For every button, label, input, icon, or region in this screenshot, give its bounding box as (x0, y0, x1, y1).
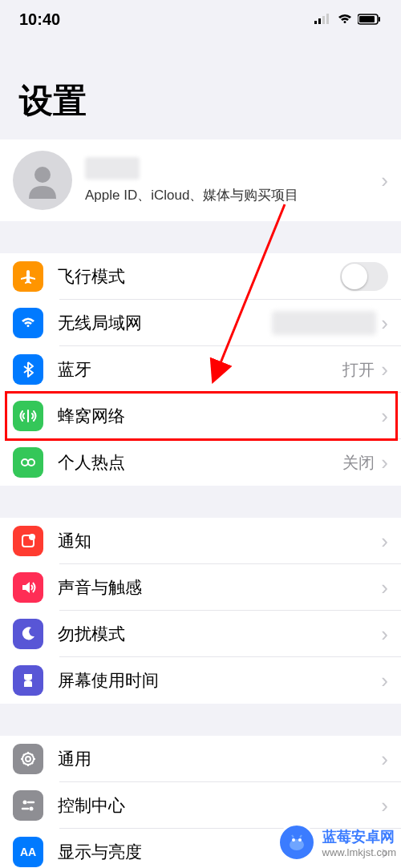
chevron-right-icon: › (381, 168, 388, 193)
general-icon (13, 744, 43, 774)
chevron-right-icon: › (381, 668, 388, 693)
chevron-right-icon: › (381, 747, 388, 772)
bluetooth-icon (13, 354, 43, 385)
svg-rect-5 (359, 16, 375, 22)
svg-point-21 (290, 839, 304, 850)
screentime-icon (13, 665, 43, 696)
chevron-right-icon: › (381, 404, 388, 429)
settings-row-airplane[interactable]: 飞行模式 (0, 253, 401, 300)
wifi-value-redacted (272, 311, 376, 335)
wifi-status-icon (337, 14, 353, 25)
svg-point-7 (34, 167, 51, 183)
svg-point-23 (298, 838, 302, 842)
battery-icon (358, 14, 382, 25)
settings-row-general[interactable]: 通用› (0, 736, 401, 782)
display-icon: AA (13, 837, 43, 867)
svg-rect-1 (318, 18, 321, 24)
status-bar: 10:40 (0, 0, 401, 38)
svg-point-22 (292, 838, 295, 842)
row-label: 通知 (58, 530, 381, 552)
settings-row-cellular[interactable]: 蜂窝网络› (0, 393, 401, 439)
chevron-right-icon: › (381, 793, 388, 818)
svg-point-11 (29, 534, 35, 540)
watermark: 蓝莓安卓网 www.lmkjst.com (277, 823, 396, 862)
chevron-right-icon: › (381, 311, 388, 336)
airplane-icon (13, 261, 43, 292)
settings-row-notification[interactable]: 通知› (0, 518, 401, 564)
row-label: 屏幕使用时间 (58, 669, 381, 692)
settings-row-wifi[interactable]: 无线局域网› (0, 300, 401, 346)
row-label: 无线局域网 (58, 312, 272, 334)
row-label: 勿扰模式 (58, 623, 381, 645)
chevron-right-icon: › (381, 529, 388, 554)
settings-row-screentime[interactable]: 屏幕使用时间› (0, 657, 401, 704)
profile-subtitle: Apple ID、iCloud、媒体与购买项目 (85, 186, 381, 204)
row-label: 蜂窝网络 (58, 405, 381, 427)
watermark-title: 蓝莓安卓网 (322, 827, 396, 846)
settings-row-dnd[interactable]: 勿扰模式› (0, 611, 401, 657)
sound-icon (13, 572, 43, 603)
settings-row-hotspot[interactable]: 个人热点关闭› (0, 439, 401, 486)
row-label: 控制中心 (58, 794, 381, 817)
settings-row-control[interactable]: 控制中心› (0, 782, 401, 829)
chevron-right-icon: › (381, 450, 388, 475)
page-title: 设置 (0, 38, 401, 139)
avatar (13, 151, 72, 210)
status-icons (314, 14, 382, 25)
svg-text:AA: AA (20, 846, 36, 858)
row-label: 个人热点 (58, 451, 342, 474)
svg-rect-0 (314, 21, 317, 24)
settings-group: 飞行模式无线局域网›蓝牙打开›蜂窝网络›个人热点关闭› (0, 253, 401, 486)
settings-group: 通知›声音与触感›勿扰模式›屏幕使用时间› (0, 518, 401, 704)
control-icon (13, 790, 43, 821)
profile-group: Apple ID、iCloud、媒体与购买项目 › (0, 139, 401, 221)
toggle-switch[interactable] (340, 262, 388, 291)
svg-rect-3 (326, 14, 329, 24)
profile-row[interactable]: Apple ID、iCloud、媒体与购买项目 › (0, 139, 401, 221)
wifi-icon (13, 308, 43, 338)
chevron-right-icon: › (381, 575, 388, 600)
profile-name-redacted (85, 157, 140, 180)
svg-rect-2 (322, 16, 325, 24)
settings-row-bluetooth[interactable]: 蓝牙打开› (0, 346, 401, 393)
cellular-icon (13, 401, 43, 431)
svg-point-16 (30, 807, 34, 811)
row-value: 关闭 (342, 452, 375, 474)
dnd-icon (13, 619, 43, 649)
row-value: 打开 (342, 359, 375, 381)
svg-point-8 (22, 459, 28, 466)
row-label: 声音与触感 (58, 576, 381, 599)
svg-rect-6 (379, 17, 380, 22)
row-label: 飞行模式 (58, 265, 340, 288)
svg-point-13 (26, 757, 30, 761)
status-time: 10:40 (19, 10, 60, 29)
svg-point-14 (23, 801, 27, 805)
hotspot-icon (13, 447, 43, 478)
watermark-url: www.lmkjst.com (322, 846, 396, 858)
chevron-right-icon: › (381, 622, 388, 647)
watermark-logo-icon (277, 823, 316, 862)
notification-icon (13, 526, 43, 556)
signal-icon (314, 14, 332, 25)
row-label: 通用 (58, 748, 381, 770)
row-label: 蓝牙 (58, 358, 342, 381)
settings-row-sound[interactable]: 声音与触感› (0, 564, 401, 611)
svg-point-9 (28, 459, 34, 466)
chevron-right-icon: › (381, 357, 388, 382)
